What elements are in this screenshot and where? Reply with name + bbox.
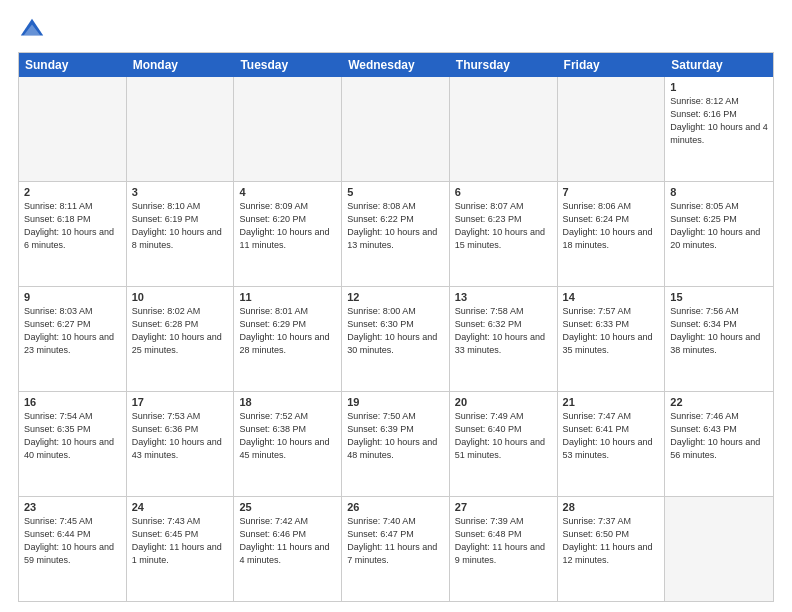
- calendar-cell: 1Sunrise: 8:12 AM Sunset: 6:16 PM Daylig…: [665, 77, 773, 181]
- calendar: SundayMondayTuesdayWednesdayThursdayFrid…: [18, 52, 774, 602]
- header-cell-sunday: Sunday: [19, 53, 127, 77]
- calendar-cell: 6Sunrise: 8:07 AM Sunset: 6:23 PM Daylig…: [450, 182, 558, 286]
- day-info: Sunrise: 8:02 AM Sunset: 6:28 PM Dayligh…: [132, 305, 229, 357]
- calendar-cell: 16Sunrise: 7:54 AM Sunset: 6:35 PM Dayli…: [19, 392, 127, 496]
- day-info: Sunrise: 7:37 AM Sunset: 6:50 PM Dayligh…: [563, 515, 660, 567]
- day-number: 23: [24, 501, 121, 513]
- day-number: 25: [239, 501, 336, 513]
- day-info: Sunrise: 8:00 AM Sunset: 6:30 PM Dayligh…: [347, 305, 444, 357]
- day-info: Sunrise: 7:39 AM Sunset: 6:48 PM Dayligh…: [455, 515, 552, 567]
- calendar-cell: 21Sunrise: 7:47 AM Sunset: 6:41 PM Dayli…: [558, 392, 666, 496]
- day-number: 22: [670, 396, 768, 408]
- page: SundayMondayTuesdayWednesdayThursdayFrid…: [0, 0, 792, 612]
- day-info: Sunrise: 7:53 AM Sunset: 6:36 PM Dayligh…: [132, 410, 229, 462]
- calendar-cell: [234, 77, 342, 181]
- calendar-row: 16Sunrise: 7:54 AM Sunset: 6:35 PM Dayli…: [19, 392, 773, 497]
- calendar-cell: [19, 77, 127, 181]
- day-info: Sunrise: 8:06 AM Sunset: 6:24 PM Dayligh…: [563, 200, 660, 252]
- day-number: 12: [347, 291, 444, 303]
- logo: [18, 16, 50, 44]
- calendar-cell: 12Sunrise: 8:00 AM Sunset: 6:30 PM Dayli…: [342, 287, 450, 391]
- day-number: 1: [670, 81, 768, 93]
- calendar-cell: 11Sunrise: 8:01 AM Sunset: 6:29 PM Dayli…: [234, 287, 342, 391]
- day-info: Sunrise: 8:01 AM Sunset: 6:29 PM Dayligh…: [239, 305, 336, 357]
- day-number: 20: [455, 396, 552, 408]
- calendar-cell: 25Sunrise: 7:42 AM Sunset: 6:46 PM Dayli…: [234, 497, 342, 601]
- calendar-row: 9Sunrise: 8:03 AM Sunset: 6:27 PM Daylig…: [19, 287, 773, 392]
- day-info: Sunrise: 8:09 AM Sunset: 6:20 PM Dayligh…: [239, 200, 336, 252]
- calendar-cell: 26Sunrise: 7:40 AM Sunset: 6:47 PM Dayli…: [342, 497, 450, 601]
- day-number: 2: [24, 186, 121, 198]
- day-number: 10: [132, 291, 229, 303]
- calendar-cell: [127, 77, 235, 181]
- day-info: Sunrise: 7:49 AM Sunset: 6:40 PM Dayligh…: [455, 410, 552, 462]
- header: [18, 16, 774, 44]
- calendar-cell: 10Sunrise: 8:02 AM Sunset: 6:28 PM Dayli…: [127, 287, 235, 391]
- day-info: Sunrise: 7:50 AM Sunset: 6:39 PM Dayligh…: [347, 410, 444, 462]
- calendar-row: 23Sunrise: 7:45 AM Sunset: 6:44 PM Dayli…: [19, 497, 773, 601]
- calendar-cell: 22Sunrise: 7:46 AM Sunset: 6:43 PM Dayli…: [665, 392, 773, 496]
- day-number: 11: [239, 291, 336, 303]
- calendar-cell: 15Sunrise: 7:56 AM Sunset: 6:34 PM Dayli…: [665, 287, 773, 391]
- day-number: 9: [24, 291, 121, 303]
- calendar-cell: 23Sunrise: 7:45 AM Sunset: 6:44 PM Dayli…: [19, 497, 127, 601]
- calendar-cell: 17Sunrise: 7:53 AM Sunset: 6:36 PM Dayli…: [127, 392, 235, 496]
- day-number: 14: [563, 291, 660, 303]
- calendar-row: 2Sunrise: 8:11 AM Sunset: 6:18 PM Daylig…: [19, 182, 773, 287]
- calendar-cell: 9Sunrise: 8:03 AM Sunset: 6:27 PM Daylig…: [19, 287, 127, 391]
- day-number: 27: [455, 501, 552, 513]
- day-info: Sunrise: 7:56 AM Sunset: 6:34 PM Dayligh…: [670, 305, 768, 357]
- header-cell-friday: Friday: [558, 53, 666, 77]
- day-info: Sunrise: 8:11 AM Sunset: 6:18 PM Dayligh…: [24, 200, 121, 252]
- calendar-row: 1Sunrise: 8:12 AM Sunset: 6:16 PM Daylig…: [19, 77, 773, 182]
- day-info: Sunrise: 7:52 AM Sunset: 6:38 PM Dayligh…: [239, 410, 336, 462]
- day-info: Sunrise: 7:45 AM Sunset: 6:44 PM Dayligh…: [24, 515, 121, 567]
- calendar-cell: 5Sunrise: 8:08 AM Sunset: 6:22 PM Daylig…: [342, 182, 450, 286]
- day-number: 21: [563, 396, 660, 408]
- calendar-cell: 2Sunrise: 8:11 AM Sunset: 6:18 PM Daylig…: [19, 182, 127, 286]
- day-info: Sunrise: 8:05 AM Sunset: 6:25 PM Dayligh…: [670, 200, 768, 252]
- day-number: 26: [347, 501, 444, 513]
- day-info: Sunrise: 7:47 AM Sunset: 6:41 PM Dayligh…: [563, 410, 660, 462]
- day-number: 5: [347, 186, 444, 198]
- day-number: 24: [132, 501, 229, 513]
- calendar-cell: 20Sunrise: 7:49 AM Sunset: 6:40 PM Dayli…: [450, 392, 558, 496]
- day-number: 4: [239, 186, 336, 198]
- header-cell-monday: Monday: [127, 53, 235, 77]
- header-cell-saturday: Saturday: [665, 53, 773, 77]
- day-info: Sunrise: 7:57 AM Sunset: 6:33 PM Dayligh…: [563, 305, 660, 357]
- day-info: Sunrise: 7:40 AM Sunset: 6:47 PM Dayligh…: [347, 515, 444, 567]
- day-info: Sunrise: 8:03 AM Sunset: 6:27 PM Dayligh…: [24, 305, 121, 357]
- day-info: Sunrise: 7:42 AM Sunset: 6:46 PM Dayligh…: [239, 515, 336, 567]
- calendar-cell: [450, 77, 558, 181]
- calendar-cell: 13Sunrise: 7:58 AM Sunset: 6:32 PM Dayli…: [450, 287, 558, 391]
- day-number: 19: [347, 396, 444, 408]
- calendar-cell: [558, 77, 666, 181]
- calendar-cell: 7Sunrise: 8:06 AM Sunset: 6:24 PM Daylig…: [558, 182, 666, 286]
- header-cell-wednesday: Wednesday: [342, 53, 450, 77]
- header-cell-thursday: Thursday: [450, 53, 558, 77]
- calendar-cell: [665, 497, 773, 601]
- calendar-header: SundayMondayTuesdayWednesdayThursdayFrid…: [19, 53, 773, 77]
- calendar-body: 1Sunrise: 8:12 AM Sunset: 6:16 PM Daylig…: [19, 77, 773, 601]
- day-number: 13: [455, 291, 552, 303]
- day-info: Sunrise: 8:08 AM Sunset: 6:22 PM Dayligh…: [347, 200, 444, 252]
- logo-icon: [18, 16, 46, 44]
- day-number: 7: [563, 186, 660, 198]
- calendar-cell: 19Sunrise: 7:50 AM Sunset: 6:39 PM Dayli…: [342, 392, 450, 496]
- header-cell-tuesday: Tuesday: [234, 53, 342, 77]
- day-number: 6: [455, 186, 552, 198]
- calendar-cell: 8Sunrise: 8:05 AM Sunset: 6:25 PM Daylig…: [665, 182, 773, 286]
- day-number: 3: [132, 186, 229, 198]
- day-number: 16: [24, 396, 121, 408]
- day-info: Sunrise: 7:43 AM Sunset: 6:45 PM Dayligh…: [132, 515, 229, 567]
- calendar-cell: 18Sunrise: 7:52 AM Sunset: 6:38 PM Dayli…: [234, 392, 342, 496]
- day-info: Sunrise: 7:54 AM Sunset: 6:35 PM Dayligh…: [24, 410, 121, 462]
- day-number: 15: [670, 291, 768, 303]
- calendar-cell: 28Sunrise: 7:37 AM Sunset: 6:50 PM Dayli…: [558, 497, 666, 601]
- day-info: Sunrise: 7:46 AM Sunset: 6:43 PM Dayligh…: [670, 410, 768, 462]
- calendar-cell: 3Sunrise: 8:10 AM Sunset: 6:19 PM Daylig…: [127, 182, 235, 286]
- calendar-cell: [342, 77, 450, 181]
- calendar-cell: 27Sunrise: 7:39 AM Sunset: 6:48 PM Dayli…: [450, 497, 558, 601]
- day-info: Sunrise: 7:58 AM Sunset: 6:32 PM Dayligh…: [455, 305, 552, 357]
